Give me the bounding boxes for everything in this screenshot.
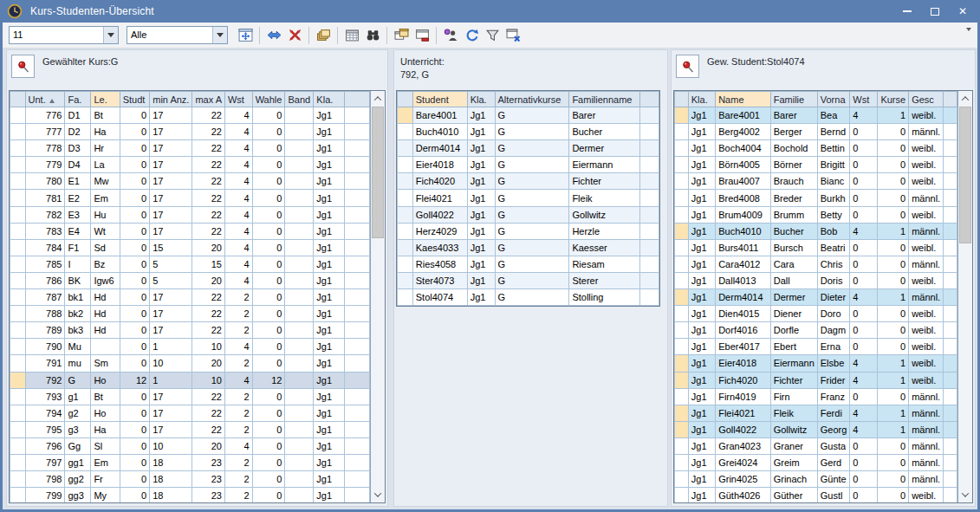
table-cell[interactable]: 22	[192, 306, 225, 322]
table-cell[interactable]: Jg1	[314, 256, 345, 272]
table-cell[interactable]: Brau4007	[716, 173, 771, 190]
table-cell[interactable]: Jg1	[688, 355, 715, 372]
table-cell[interactable]: Jg1	[314, 488, 345, 502]
row-marker-cell[interactable]	[675, 107, 689, 124]
table-cell[interactable]: G	[495, 124, 569, 140]
table-cell[interactable]: Buch4010	[716, 223, 771, 239]
table-cell[interactable]: Jg1	[467, 289, 495, 306]
table-cell[interactable]: Jg1	[467, 157, 495, 173]
table-cell[interactable]: Bianc	[817, 173, 850, 190]
table-cell[interactable]: 0	[878, 124, 909, 140]
table-cell[interactable]: Jg1	[688, 157, 715, 173]
table-cell[interactable]: 791	[25, 355, 65, 372]
table-cell[interactable]: 10	[150, 437, 192, 454]
table-cell[interactable]: 0	[252, 355, 285, 372]
table-row[interactable]: 778D3Hr0172240Jg1	[10, 140, 370, 157]
table-cell[interactable]: E3	[65, 206, 91, 223]
table-cell[interactable]	[285, 372, 314, 388]
row-marker-cell[interactable]	[675, 223, 689, 239]
table-cell[interactable]: 4	[850, 355, 878, 372]
table-cell[interactable]: 783	[25, 223, 65, 239]
table-cell[interactable]: Hd	[91, 306, 120, 322]
table-cell[interactable]: 1	[150, 339, 192, 355]
table-cell[interactable]: 22	[192, 322, 225, 339]
table-cell[interactable]: Jg1	[314, 190, 345, 206]
table-cell[interactable]: 4	[850, 223, 878, 239]
table-cell[interactable]: 20	[192, 437, 225, 454]
row-marker-cell[interactable]	[10, 157, 26, 173]
table-row[interactable]: Stol4074Jg1GStolling	[398, 289, 659, 306]
table-cell[interactable]: 0	[850, 206, 878, 223]
table-row[interactable]: Jg1Gran4023GranerGusta00männl.	[675, 437, 957, 454]
table-cell[interactable]: 1	[878, 372, 909, 388]
table-cell[interactable]: 0	[850, 306, 878, 322]
table-row[interactable]: Fich4020Jg1GFichter	[398, 173, 659, 190]
table-cell[interactable]: Jg1	[467, 190, 495, 206]
course-filter-combo[interactable]: 11	[9, 26, 119, 44]
table-cell[interactable]: 18	[150, 488, 192, 502]
table-row[interactable]: Derm4014Jg1GDermer	[398, 140, 659, 157]
row-marker-cell[interactable]	[398, 272, 413, 288]
table-cell[interactable]: weibl.	[909, 355, 944, 372]
table-cell[interactable]	[285, 471, 314, 488]
row-marker-cell[interactable]	[10, 322, 26, 339]
table-cell[interactable]: Hd	[91, 322, 120, 339]
row-marker-cell[interactable]	[10, 124, 26, 140]
scroll-up-button[interactable]	[958, 92, 972, 106]
column-header-wst[interactable]: Wst	[850, 92, 878, 107]
table-cell[interactable]: Goll4022	[412, 206, 467, 223]
column-header-kurse[interactable]: Kurse	[878, 92, 909, 107]
table-cell[interactable]: G	[495, 272, 569, 288]
table-cell[interactable]: Dermer	[770, 289, 817, 306]
table-cell[interactable]: Jg1	[688, 372, 715, 388]
table-cell[interactable]: 0	[252, 437, 285, 454]
table-cell[interactable]	[285, 124, 314, 140]
vertical-scrollbar[interactable]	[957, 91, 972, 502]
table-cell[interactable]: Jg1	[688, 388, 715, 405]
table-cell[interactable]: Jg1	[314, 322, 345, 339]
table-cell[interactable]: G	[495, 190, 569, 206]
table-cell[interactable]	[285, 355, 314, 372]
table-cell[interactable]: Jg1	[467, 239, 495, 256]
table-cell[interactable]: 22	[192, 140, 225, 157]
table-cell[interactable]: Ha	[91, 124, 120, 140]
table-cell[interactable]: 0	[252, 388, 285, 405]
table-cell[interactable]: Jg1	[314, 107, 345, 124]
table-cell[interactable]: Jg1	[688, 206, 715, 223]
table-cell[interactable]: 15	[150, 239, 192, 256]
table-cell[interactable]: Igw6	[91, 272, 120, 288]
table-cell[interactable]: Jg1	[688, 173, 715, 190]
row-marker-cell[interactable]	[675, 256, 689, 272]
table-cell[interactable]: 0	[252, 421, 285, 437]
table-cell[interactable]: Jg1	[688, 140, 715, 157]
table-cell[interactable]: Em	[91, 190, 120, 206]
table-cell[interactable]: männl.	[909, 405, 944, 421]
table-cell[interactable]: 2	[224, 355, 252, 372]
row-marker-cell[interactable]	[675, 372, 689, 388]
table-cell[interactable]: 0	[252, 289, 285, 306]
row-marker-cell[interactable]	[675, 437, 689, 454]
table-cell[interactable]: Herzle	[569, 223, 640, 239]
table-cell[interactable]: 2	[224, 306, 252, 322]
table-cell[interactable]: Mu	[65, 339, 91, 355]
table-cell[interactable]: 788	[25, 306, 65, 322]
column-header-band[interactable]: Band	[285, 92, 314, 107]
table-row[interactable]: Jg1Dien4015DienerDoro00weibl.	[675, 306, 957, 322]
table-cell[interactable]: Bea	[817, 107, 850, 124]
table-cell[interactable]: weibl.	[909, 488, 944, 502]
table-cell[interactable]: 0	[252, 405, 285, 421]
table-cell[interactable]: Herz4029	[412, 223, 467, 239]
table-cell[interactable]: 0	[120, 107, 150, 124]
table-row[interactable]: Jg1Grei4024GreimGerd00männl.	[675, 454, 957, 470]
table-row[interactable]: 781E2Em0172240Jg1	[10, 190, 370, 206]
table-cell[interactable]: Jg1	[688, 107, 715, 124]
table-cell[interactable]: 0	[850, 388, 878, 405]
table-cell[interactable]: 4	[224, 157, 252, 173]
table-cell[interactable]: Jg1	[688, 421, 715, 437]
table-cell[interactable]: Bettin	[817, 140, 850, 157]
row-marker-cell[interactable]	[10, 355, 26, 372]
table-cell[interactable]	[285, 107, 314, 124]
table-row[interactable]: Ster4073Jg1GSterer	[398, 272, 659, 288]
table-row[interactable]: 790Mu011040Jg1	[10, 339, 370, 355]
table-row[interactable]: 777D2Ha0172240Jg1	[10, 124, 370, 140]
